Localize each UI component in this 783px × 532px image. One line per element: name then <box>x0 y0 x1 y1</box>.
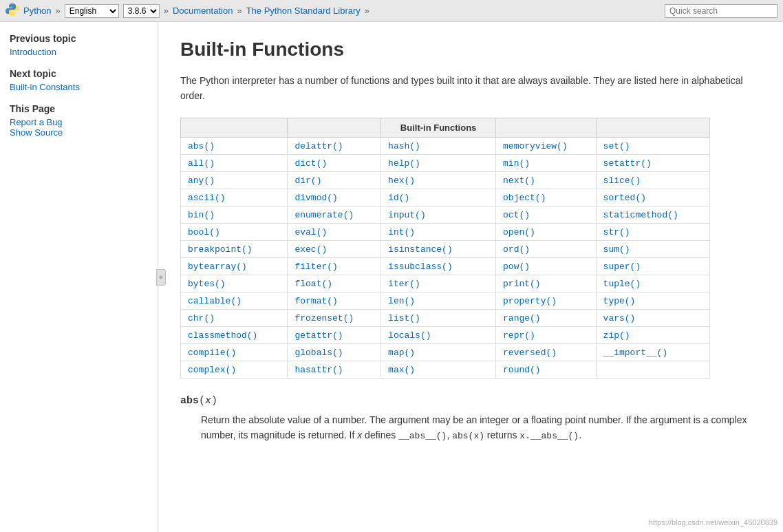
function-link[interactable]: dict() <box>294 158 327 169</box>
function-link[interactable]: chr() <box>188 313 215 323</box>
sidebar-collapse-button[interactable]: « <box>156 269 166 286</box>
function-link[interactable]: getattr() <box>294 330 343 341</box>
function-link[interactable]: super() <box>603 262 641 272</box>
table-cell: property() <box>496 292 597 309</box>
function-link[interactable]: any() <box>188 175 215 186</box>
documentation-link[interactable]: Documentation <box>173 6 233 16</box>
function-link[interactable]: int() <box>388 227 415 237</box>
table-cell: compile() <box>181 343 288 361</box>
function-link[interactable]: ord() <box>503 244 530 255</box>
function-link[interactable]: help() <box>388 158 420 169</box>
table-cell: hex() <box>381 171 496 189</box>
function-link[interactable]: staticmethod() <box>603 210 678 220</box>
function-link[interactable]: isinstance() <box>388 244 453 255</box>
function-link[interactable]: set() <box>603 141 630 151</box>
function-link[interactable]: pow() <box>503 262 530 272</box>
stdlib-link[interactable]: The Python Standard Library <box>246 6 361 16</box>
function-link[interactable]: sorted() <box>603 193 646 203</box>
function-link[interactable]: ascii() <box>188 193 226 203</box>
function-link[interactable]: list() <box>388 313 420 323</box>
function-link[interactable]: open() <box>503 227 535 237</box>
table-row: bool()eval()int()open()str() <box>181 223 710 240</box>
function-link[interactable]: compile() <box>188 348 236 358</box>
previous-topic-label: Previous topic <box>10 33 148 44</box>
quick-search-input[interactable] <box>665 4 777 18</box>
function-link[interactable]: memoryview() <box>503 141 568 151</box>
table-cell: classmethod() <box>181 326 288 343</box>
function-link[interactable]: repr() <box>503 330 535 341</box>
python-label[interactable]: Python <box>23 6 51 16</box>
function-link[interactable]: input() <box>388 210 426 220</box>
function-link[interactable]: enumerate() <box>294 210 354 220</box>
function-link[interactable]: __import__() <box>603 348 668 358</box>
table-row: classmethod()getattr()locals()repr()zip(… <box>181 326 710 343</box>
function-link[interactable]: oct() <box>503 210 530 220</box>
function-link[interactable]: next() <box>503 175 535 186</box>
next-topic-link[interactable]: Built-in Constants <box>10 82 80 92</box>
table-cell: ascii() <box>181 189 288 206</box>
function-link[interactable]: bytearray() <box>188 262 247 272</box>
function-link[interactable]: property() <box>503 296 557 306</box>
function-link[interactable]: iter() <box>388 279 420 289</box>
function-link[interactable]: abs() <box>188 141 215 151</box>
function-link[interactable]: zip() <box>603 330 630 341</box>
function-link[interactable]: max() <box>388 365 415 375</box>
function-link[interactable]: eval() <box>294 227 327 237</box>
function-link[interactable]: id() <box>388 193 409 203</box>
function-link[interactable]: filter() <box>294 262 337 272</box>
breadcrumb-sep1: » <box>55 6 60 16</box>
function-link[interactable]: hex() <box>388 175 415 186</box>
table-cell: range() <box>496 309 597 326</box>
table-cell: open() <box>496 223 597 240</box>
function-link[interactable]: object() <box>503 193 546 203</box>
show-source-link[interactable]: Show Source <box>10 127 63 138</box>
function-link[interactable]: classmethod() <box>188 330 257 341</box>
table-cell: all() <box>181 154 288 171</box>
function-link[interactable]: vars() <box>603 313 636 323</box>
this-page-label: This Page <box>10 103 148 114</box>
function-link[interactable]: format() <box>294 296 337 306</box>
function-link[interactable]: round() <box>503 365 541 375</box>
table-row: abs()delattr()hash()memoryview()set() <box>181 137 710 154</box>
report-bug-link[interactable]: Report a Bug <box>10 117 63 127</box>
language-select[interactable]: English French Japanese <box>65 4 119 18</box>
function-link[interactable]: breakpoint() <box>188 244 253 255</box>
function-link[interactable]: range() <box>503 313 541 323</box>
sidebar: Previous topic Introduction Next topic B… <box>0 22 158 532</box>
function-link[interactable]: callable() <box>188 296 242 306</box>
function-link[interactable]: locals() <box>388 330 431 341</box>
function-link[interactable]: bin() <box>188 210 215 220</box>
function-link[interactable]: all() <box>188 158 215 169</box>
function-link[interactable]: print() <box>503 279 541 289</box>
table-cell: dict() <box>288 154 381 171</box>
previous-topic-link[interactable]: Introduction <box>10 47 56 57</box>
function-link[interactable]: map() <box>388 348 415 358</box>
function-link[interactable]: hasattr() <box>294 365 343 375</box>
function-link[interactable]: frozenset() <box>294 313 354 323</box>
function-link[interactable]: reversed() <box>503 348 557 358</box>
function-link[interactable]: bool() <box>188 227 220 237</box>
function-link[interactable]: bytes() <box>188 279 226 289</box>
function-link[interactable]: dir() <box>294 175 321 186</box>
function-link[interactable]: slice() <box>603 175 641 186</box>
function-link[interactable]: str() <box>603 227 630 237</box>
table-cell: repr() <box>496 326 597 343</box>
table-cell: max() <box>381 361 496 378</box>
function-link[interactable]: tuple() <box>603 279 641 289</box>
function-link[interactable]: type() <box>603 296 636 306</box>
function-link[interactable]: divmod() <box>294 193 337 203</box>
function-link[interactable]: sum() <box>603 244 630 255</box>
function-link[interactable]: complex() <box>188 365 236 375</box>
this-page-section: This Page Report a Bug Show Source <box>10 103 148 138</box>
function-link[interactable]: issubclass() <box>388 262 453 272</box>
function-link[interactable]: setattr() <box>603 158 652 169</box>
function-link[interactable]: hash() <box>388 141 420 151</box>
function-link[interactable]: globals() <box>294 348 343 358</box>
function-link[interactable]: min() <box>503 158 530 169</box>
function-link[interactable]: float() <box>294 279 332 289</box>
function-link[interactable]: exec() <box>294 244 327 255</box>
function-link[interactable]: delattr() <box>294 141 343 151</box>
function-link[interactable]: len() <box>388 296 415 306</box>
version-select[interactable]: 3.8.6 3.9 3.7 <box>123 4 160 18</box>
abs-description: Return the absolute value of a number. T… <box>201 412 761 444</box>
